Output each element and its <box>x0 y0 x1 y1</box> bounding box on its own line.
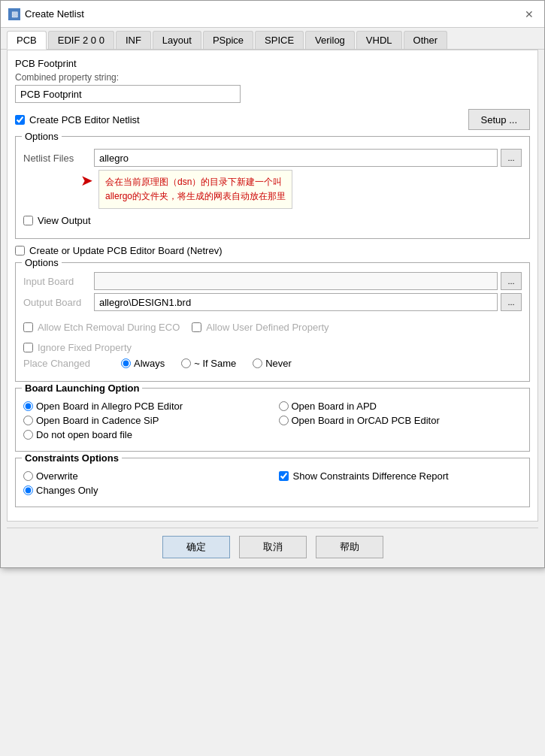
constraints-title: Constraints Options <box>22 452 122 464</box>
constraints-right: Show Constraints Difference Report <box>279 467 522 499</box>
annotation-container: ➤ 会在当前原理图（dsn）的目录下新建一个叫allergo的文件夹，将生成的网… <box>98 170 522 209</box>
input-board-label: Input Board <box>23 276 91 287</box>
allow-etch-row: Allow Etch Removal During ECO <box>23 322 180 333</box>
output-board-row: Output Board ... <box>23 293 522 311</box>
radio-overwrite-input[interactable] <box>23 471 33 481</box>
view-output-row: View Output <box>23 215 522 226</box>
main-window: ▩ Create Netlist ✕ PCB EDIF 2 0 0 INF La… <box>0 0 545 568</box>
netlist-files-section: Netlist Files ... ➤ 会在当前原理图（dsn）的目录下新建一个… <box>23 149 522 209</box>
place-changed-options: Always ~ If Same Never <box>121 358 292 369</box>
constraints-options: Overwrite Changes Only Show Constraints … <box>23 467 522 499</box>
radio-never: Never <box>253 358 292 369</box>
radio-changes-only-label: Changes Only <box>36 485 98 496</box>
input-board-input[interactable] <box>94 272 498 290</box>
netlist-files-row: Netlist Files ... <box>23 149 522 167</box>
radio-ifsame: ~ If Same <box>181 358 236 369</box>
create-netlist-label: Create PCB Editor Netlist <box>29 114 140 125</box>
tab-pcb[interactable]: PCB <box>7 31 47 50</box>
radio-apd-input[interactable] <box>279 401 289 411</box>
create-netlist-checkbox[interactable] <box>15 115 25 125</box>
radio-overwrite: Overwrite <box>23 470 267 482</box>
radio-always-input[interactable] <box>121 358 131 368</box>
radio-orcad-label: Open Board in OrCAD PCB Editor <box>292 415 440 426</box>
view-output-checkbox[interactable] <box>23 216 33 225</box>
radio-cadence-sip: Open Board in Cadence SiP <box>23 415 267 426</box>
board-launching-options: Open Board in Allegro PCB Editor Open Bo… <box>23 398 522 443</box>
radio-changes-only-input[interactable] <box>23 485 33 495</box>
place-changed-label: Place Changed <box>23 358 121 369</box>
allow-etch-label: Allow Etch Removal During ECO <box>38 322 180 333</box>
output-board-label: Output Board <box>23 297 91 308</box>
annotation-text: 会在当前原理图（dsn）的目录下新建一个叫allergo的文件夹，将生成的网表自… <box>105 177 286 201</box>
radio-allegro-pcb-label: Open Board in Allegro PCB Editor <box>36 401 183 412</box>
output-board-input[interactable] <box>94 293 498 311</box>
create-update-row: Create or Update PCB Editor Board (Netre… <box>15 245 530 256</box>
radio-ifsame-label: ~ If Same <box>194 358 236 369</box>
show-constraints-label: Show Constraints Difference Report <box>293 470 449 482</box>
combined-property-label: Combined property string: <box>15 72 530 83</box>
tab-layout[interactable]: Layout <box>153 31 201 49</box>
radio-never-label: Never <box>265 358 292 369</box>
ignore-fixed-label: Ignore Fixed Property <box>38 342 132 353</box>
close-button[interactable]: ✕ <box>522 7 537 22</box>
netlist-files-browse-button[interactable]: ... <box>501 149 522 167</box>
radio-apd-label: Open Board in APD <box>292 401 377 412</box>
main-content: PCB Footprint Combined property string: … <box>7 50 538 522</box>
constraints-left: Overwrite Changes Only <box>23 467 267 499</box>
radio-always-label: Always <box>134 358 165 369</box>
radio-cadence-sip-input[interactable] <box>23 416 33 425</box>
ok-button[interactable]: 确定 <box>162 536 230 558</box>
tab-spice[interactable]: SPICE <box>255 31 304 49</box>
cancel-button[interactable]: 取消 <box>239 536 307 558</box>
radio-never-input[interactable] <box>253 358 262 368</box>
radio-overwrite-label: Overwrite <box>36 470 78 482</box>
radio-allegro-pcb: Open Board in Allegro PCB Editor <box>23 401 267 412</box>
setup-button[interactable]: Setup ... <box>468 109 530 130</box>
tab-verilog[interactable]: Verilog <box>305 31 355 49</box>
tab-inf[interactable]: INF <box>116 31 151 49</box>
pcb-footprint-section: PCB Footprint Combined property string: <box>15 58 530 103</box>
tab-edif[interactable]: EDIF 2 0 0 <box>48 31 114 49</box>
input-board-row: Input Board ... <box>23 272 522 290</box>
ignore-fixed-row: Ignore Fixed Property <box>23 342 522 353</box>
create-update-label: Create or Update PCB Editor Board (Netre… <box>29 245 223 256</box>
inner-options-title: Options <box>22 257 62 268</box>
show-constraints-checkbox[interactable] <box>279 471 289 481</box>
help-button[interactable]: 帮助 <box>316 536 383 558</box>
netlist-files-input[interactable] <box>94 149 498 167</box>
output-board-browse-button[interactable]: ... <box>501 293 522 311</box>
tab-vhdl[interactable]: VHDL <box>356 31 402 49</box>
tab-other[interactable]: Other <box>404 31 448 49</box>
view-output-label: View Output <box>38 215 91 226</box>
combined-property-input[interactable] <box>15 85 241 103</box>
board-launching-content: Open Board in Allegro PCB Editor Open Bo… <box>23 398 522 443</box>
allow-etch-checkbox[interactable] <box>23 322 33 332</box>
radio-allegro-pcb-input[interactable] <box>23 401 33 411</box>
annotation-box: 会在当前原理图（dsn）的目录下新建一个叫allergo的文件夹，将生成的网表自… <box>98 170 292 209</box>
radio-orcad: Open Board in OrCAD PCB Editor <box>279 415 522 426</box>
options-group-netlist: Options Netlist Files ... ➤ 会在当前原理图（dsn）… <box>15 136 530 239</box>
tabs-row: PCB EDIF 2 0 0 INF Layout PSpice SPICE V… <box>1 28 544 50</box>
radio-no-open: Do not open board file <box>23 429 267 440</box>
title-bar: ▩ Create Netlist ✕ <box>1 1 544 28</box>
constraints-group: Constraints Options Overwrite Changes On… <box>15 458 530 507</box>
etch-user-row: Allow Etch Removal During ECO Allow User… <box>23 317 522 337</box>
create-update-checkbox[interactable] <box>15 246 25 256</box>
radio-no-open-label: Do not open board file <box>36 429 132 440</box>
allow-user-row: Allow User Defined Property <box>192 322 329 333</box>
allow-user-checkbox[interactable] <box>192 322 201 332</box>
radio-ifsame-input[interactable] <box>181 358 191 368</box>
place-changed-row: Place Changed Always ~ If Same Never <box>23 358 522 369</box>
ignore-fixed-checkbox[interactable] <box>23 343 33 352</box>
tab-pspice[interactable]: PSpice <box>203 31 253 49</box>
input-board-browse-button[interactable]: ... <box>501 272 522 290</box>
radio-no-open-input[interactable] <box>23 430 33 440</box>
create-netlist-checkbox-row: Create PCB Editor Netlist <box>15 114 140 125</box>
window-title: Create Netlist <box>25 8 84 20</box>
radio-apd: Open Board in APD <box>279 401 522 412</box>
radio-orcad-input[interactable] <box>279 416 289 425</box>
radio-always: Always <box>121 358 165 369</box>
allow-user-label: Allow User Defined Property <box>206 322 329 333</box>
netlist-files-label: Netlist Files <box>23 153 91 164</box>
app-icon: ▩ <box>8 8 20 20</box>
